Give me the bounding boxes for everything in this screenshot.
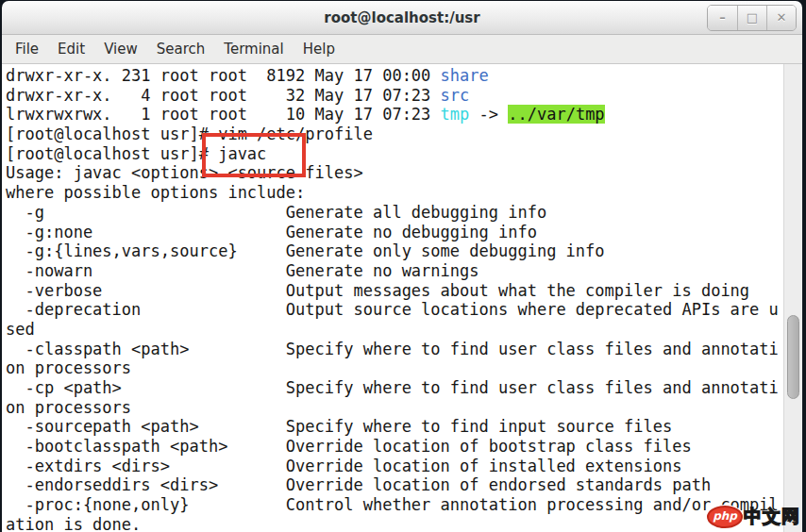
terminal-line: sed: [6, 320, 783, 340]
menu-item-file[interactable]: File: [6, 35, 48, 63]
terminal-line: -extdirs <dirs> Override location of ins…: [6, 457, 783, 476]
terminal-segment: -sourcepath <path> Specify where to find…: [6, 417, 672, 436]
terminal-segment: ->: [469, 105, 508, 124]
terminal-line: -bootclasspath <path> Override location …: [6, 437, 783, 457]
terminal-segment-cyan: tmp: [441, 105, 470, 124]
maximize-button[interactable]: □: [737, 6, 766, 30]
terminal-segment: lrwxrwxrwx. 1 root root 10 May 17 07:23: [6, 105, 441, 124]
terminal-line: Usage: javac <options> <source files>: [6, 163, 783, 183]
terminal-segment: -endorseddirs <dirs> Override location o…: [6, 475, 711, 494]
terminal-segment: sed: [6, 320, 35, 339]
terminal-line: [root@localhost usr]# vim /etc/profile: [6, 125, 783, 144]
terminal-line: -nowarn Generate no warnings: [6, 261, 783, 281]
terminal-segment: -g Generate all debugging info: [6, 203, 546, 222]
terminal-line: -g Generate all debugging info: [6, 203, 783, 223]
menu-item-view[interactable]: View: [94, 35, 147, 63]
terminal-line: on processors: [6, 358, 783, 378]
watermark: php 中文网: [707, 505, 800, 529]
terminal-segment-blue: src: [441, 86, 470, 105]
terminal-segment-blue: share: [441, 66, 489, 85]
terminal-segment: on processors: [6, 398, 131, 417]
menu-bar: FileEditViewSearchTerminalHelp: [2, 35, 802, 64]
php-logo-icon: php: [707, 506, 743, 528]
terminal-line: where possible options include:: [6, 183, 783, 203]
terminal-line: -endorseddirs <dirs> Override location o…: [6, 475, 783, 495]
window-controls: –□✕: [707, 5, 797, 31]
minimize-button[interactable]: –: [708, 6, 737, 30]
scrollbar-thumb[interactable]: [787, 315, 799, 399]
terminal-segment: drwxr-xr-x. 4 root root 32 May 17 07:23: [6, 86, 441, 105]
terminal-segment: Usage: javac <options> <source files>: [6, 163, 363, 182]
terminal-segment: -classpath <path> Specify where to find …: [6, 340, 779, 358]
terminal-line: -verbose Output messages about what the …: [6, 281, 783, 301]
terminal-line: -deprecation Output source locations whe…: [6, 300, 783, 320]
terminal-output: drwxr-xr-x. 231 root root 8192 May 17 00…: [2, 64, 783, 532]
terminal-line: -g:{lines,vars,source} Generate only som…: [6, 241, 783, 261]
terminal-segment: -bootclasspath <path> Override location …: [6, 437, 692, 456]
terminal-segment: -g:{lines,vars,source} Generate only som…: [6, 241, 605, 260]
terminal-segment: -cp <path> Specify where to find user cl…: [6, 378, 779, 397]
terminal-line: drwxr-xr-x. 231 root root 8192 May 17 00…: [6, 66, 783, 86]
menu-item-help[interactable]: Help: [294, 35, 344, 63]
scrollbar[interactable]: [783, 64, 802, 532]
terminal-segment: -deprecation Output source locations whe…: [6, 300, 779, 319]
window-title: root@localhost:/usr: [2, 1, 802, 35]
terminal-segment: -proc:{none,only} Control whether annota…: [6, 495, 779, 514]
terminal-window: root@localhost:/usr –□✕ FileEditViewSear…: [0, 0, 806, 532]
menu-item-terminal[interactable]: Terminal: [214, 35, 293, 63]
terminal-segment: drwxr-xr-x. 231 root root 8192 May 17 00…: [6, 66, 441, 85]
terminal-line: -classpath <path> Specify where to find …: [6, 340, 783, 359]
title-bar[interactable]: root@localhost:/usr –□✕: [2, 1, 802, 35]
terminal-line: ation is done.: [6, 515, 783, 532]
terminal-segment: ation is done.: [6, 515, 141, 532]
terminal-segment: -nowarn Generate no warnings: [6, 261, 479, 280]
watermark-text: 中文网: [744, 505, 800, 529]
terminal-line: -sourcepath <path> Specify where to find…: [6, 417, 783, 437]
terminal-segment-greenbg: ../var/tmp: [508, 105, 604, 124]
terminal-segment: on processors: [6, 358, 131, 377]
terminal-segment: -g:none Generate no debugging info: [6, 223, 537, 241]
close-button[interactable]: ✕: [766, 6, 796, 30]
terminal-segment: -verbose Output messages about what the …: [6, 281, 749, 300]
terminal-line: drwxr-xr-x. 4 root root 32 May 17 07:23 …: [6, 86, 783, 106]
terminal-line: -proc:{none,only} Control whether annota…: [6, 495, 783, 515]
terminal-segment: where possible options include:: [6, 183, 305, 202]
terminal-area[interactable]: drwxr-xr-x. 231 root root 8192 May 17 00…: [2, 64, 802, 532]
terminal-line: -g:none Generate no debugging info: [6, 223, 783, 242]
menu-item-edit[interactable]: Edit: [48, 35, 94, 63]
terminal-line: on processors: [6, 398, 783, 418]
terminal-segment: -extdirs <dirs> Override location of ins…: [6, 457, 681, 475]
terminal-segment: [root@localhost usr]# vim /etc/profile: [6, 125, 373, 143]
screen: root@localhost:/usr –□✕ FileEditViewSear…: [0, 0, 806, 532]
terminal-line: lrwxrwxrwx. 1 root root 10 May 17 07:23 …: [6, 105, 783, 125]
terminal-line: [root@localhost usr]# javac: [6, 144, 783, 164]
terminal-segment: [root@localhost usr]# javac: [6, 144, 266, 163]
terminal-line: -cp <path> Specify where to find user cl…: [6, 378, 783, 398]
menu-item-search[interactable]: Search: [147, 35, 215, 63]
